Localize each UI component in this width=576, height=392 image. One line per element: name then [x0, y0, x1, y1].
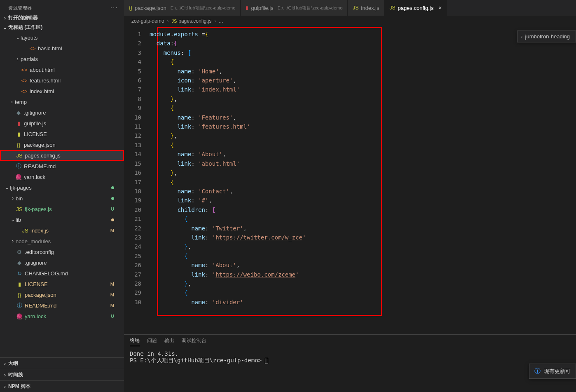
file-label: CHANGELOG.md: [25, 270, 68, 277]
chevron-icon: ⌄: [15, 35, 21, 40]
file-icon: JS: [16, 206, 23, 212]
tree-item[interactable]: 🧶yarn.lock: [0, 171, 124, 182]
breadcrumb-item[interactable]: pages.config.js: [178, 18, 211, 24]
file-icon: {}: [129, 5, 132, 11]
terminal-output[interactable]: Done in 4.31s.PS E:\个人项目\gitHub项目\zce-gu…: [124, 348, 576, 392]
tree-item[interactable]: <>features.html: [0, 75, 124, 86]
more-icon[interactable]: ···: [110, 4, 118, 12]
editor[interactable]: 1234567891011121314151617181920212223242…: [124, 26, 576, 334]
tree-item[interactable]: <>basic.html: [0, 43, 124, 54]
chevron-right-icon: ›: [2, 384, 8, 390]
notification-text: 现有更新可: [544, 368, 571, 375]
file-label: .gitignore: [24, 110, 46, 116]
tab-label: gulpfile.js: [251, 5, 273, 11]
file-icon: ▮: [15, 131, 22, 137]
tree-item[interactable]: ›node_modules: [0, 236, 124, 246]
file-label: lib: [16, 217, 21, 223]
file-icon: ◆: [16, 260, 23, 266]
open-editors-label: 打开的编辑器: [8, 14, 38, 21]
tree-item[interactable]: {}package.json: [0, 139, 124, 150]
chevron-right-icon: ›: [2, 15, 8, 21]
file-icon: <>: [21, 88, 28, 94]
tab-label: index.js: [361, 5, 379, 11]
file-label: pages.config.js: [25, 153, 61, 159]
file-icon: ↻: [16, 270, 23, 277]
file-label: fjk-pages: [10, 185, 32, 191]
tree-item[interactable]: ⚙.editorconfig: [0, 246, 124, 257]
git-status: M: [110, 292, 114, 297]
notification-toast[interactable]: ⓘ 现有更新可: [529, 364, 576, 379]
git-dot: [111, 218, 114, 221]
file-icon: ▮: [246, 5, 248, 11]
file-label: bin: [16, 195, 23, 202]
tree-item[interactable]: ▮LICENSEM: [0, 279, 124, 289]
sidebar-section[interactable]: ›时间线: [0, 369, 124, 380]
tree-item[interactable]: 🧶yarn.lockU: [0, 311, 124, 322]
chevron-down-icon: ⌄: [2, 25, 8, 31]
tree-item[interactable]: ⌄lib: [0, 214, 124, 225]
editor-tab[interactable]: JSpages.config.js×: [384, 0, 447, 16]
file-label: temp: [15, 99, 27, 105]
breadcrumb-item[interactable]: ...: [219, 18, 223, 24]
tree-item[interactable]: JSpages.config.js: [0, 150, 124, 161]
tree-item[interactable]: ⓘREADME.md: [0, 161, 124, 171]
tab-path: E:\...\GitHub项目\zce-gulp-demo: [278, 5, 343, 11]
file-icon: JS: [389, 5, 395, 11]
tab-label: package.json: [135, 5, 166, 11]
sidebar-bottom: ›大纲›时间线›NPM 脚本: [0, 357, 124, 392]
tree-item[interactable]: JSindex.jsM: [0, 225, 124, 236]
tree-item[interactable]: ▮LICENSE: [0, 129, 124, 139]
git-status: M: [110, 282, 114, 286]
file-label: README.md: [25, 303, 56, 309]
chevron-right-icon: ›: [167, 18, 169, 24]
file-icon: {}: [16, 292, 23, 298]
close-icon[interactable]: ×: [438, 5, 442, 11]
tree-item[interactable]: ›temp: [0, 96, 124, 107]
git-status: U: [111, 314, 114, 319]
file-icon: <>: [21, 77, 28, 84]
terminal-tab[interactable]: 终端: [130, 337, 140, 346]
editor-tab[interactable]: JSindex.js: [348, 0, 384, 16]
tree-item[interactable]: JSfjk-pages.jsU: [0, 204, 124, 214]
tree-item[interactable]: ↻CHANGELOG.md: [0, 268, 124, 279]
tree-item[interactable]: ◆.gitignore: [0, 107, 124, 118]
tree-item[interactable]: <>about.html: [0, 64, 124, 75]
sidebar-section[interactable]: ›大纲: [0, 357, 124, 369]
file-icon: ▮: [16, 281, 23, 287]
sidebar: 资源管理器 ··· › 打开的编辑器 ⌄ 无标题 (工作区) ⌄layouts<…: [0, 0, 124, 392]
tree-item[interactable]: <>index.html: [0, 86, 124, 96]
file-label: .editorconfig: [25, 249, 54, 255]
git-dot: [111, 186, 114, 189]
section-label: NPM 脚本: [8, 383, 30, 390]
tree-item[interactable]: ◆.gitignore: [0, 257, 124, 268]
workspace-section[interactable]: ⌄ 无标题 (工作区): [0, 23, 124, 32]
open-editors-section[interactable]: › 打开的编辑器: [0, 13, 124, 23]
breadcrumb-item[interactable]: zce-gulp-demo: [131, 18, 164, 24]
terminal-tab[interactable]: 输出: [164, 337, 174, 346]
tree-item[interactable]: ▮gulpfile.js: [0, 118, 124, 129]
terminal-panel: 终端问题输出调试控制台 Done in 4.31s.PS E:\个人项目\git…: [124, 334, 576, 392]
tree-item[interactable]: ⌄fjk-pages: [0, 182, 124, 193]
file-icon: JS: [353, 5, 358, 11]
file-icon: ▮: [15, 120, 22, 127]
terminal-tab[interactable]: 调试控制台: [182, 337, 206, 346]
file-label: basic.html: [38, 45, 62, 52]
chevron-right-icon: ›: [2, 361, 8, 366]
file-label: LICENSE: [25, 281, 48, 287]
editor-tab[interactable]: ▮gulpfile.jsE:\...\GitHub项目\zce-gulp-dem…: [241, 0, 348, 16]
tree-item[interactable]: ⓘREADME.mdM: [0, 300, 124, 311]
file-icon: <>: [29, 45, 36, 52]
tree-item[interactable]: ›bin: [0, 193, 124, 204]
code-content[interactable]: module.exports ={ data:{ menus: [ { name…: [150, 26, 576, 334]
breadcrumb[interactable]: zce-gulp-demo›JSpages.config.js›...: [124, 16, 576, 26]
tree-item[interactable]: ⌄layouts: [0, 32, 124, 43]
sidebar-section[interactable]: ›NPM 脚本: [0, 380, 124, 392]
terminal-tab[interactable]: 问题: [147, 337, 157, 346]
tree-item[interactable]: {}package.jsonM: [0, 289, 124, 300]
tree-item[interactable]: ›partials: [0, 54, 124, 64]
chevron-icon: ⌄: [10, 217, 16, 223]
file-icon: ⓘ: [16, 302, 23, 309]
chevron-icon: ›: [15, 56, 21, 62]
section-label: 时间线: [8, 371, 23, 378]
editor-tab[interactable]: {}package.jsonE:\...\GitHub项目\zce-gulp-d…: [124, 0, 241, 16]
